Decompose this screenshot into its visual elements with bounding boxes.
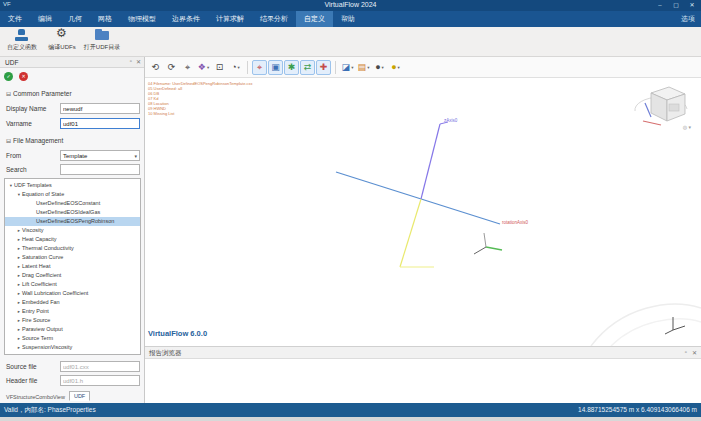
- walk-mode-icon[interactable]: ⌖: [180, 60, 195, 75]
- tree-item[interactable]: UserDefinedEOSPengRobinson: [5, 217, 140, 226]
- sphere-display-icon[interactable]: ●: [372, 60, 387, 75]
- pan-view-icon[interactable]: ⟳: [164, 60, 179, 75]
- viewport-toolbar: ⟲⟳⌖❖⊡◔ ⌖▣✱⇄✚ ◪▤●●: [145, 57, 701, 78]
- tree-item-label: Equation of State: [22, 190, 64, 199]
- erase-icon[interactable]: ◪: [340, 60, 355, 75]
- tree-item[interactable]: UserDefinedEOSIdealGas: [5, 208, 140, 217]
- tree-item[interactable]: ▸ Paraview Output: [5, 325, 140, 334]
- transform-arrows-icon[interactable]: ⇄: [300, 60, 315, 75]
- fit-view-icon[interactable]: ⊡: [212, 60, 227, 75]
- tree-item[interactable]: ▸ Saturation Curve: [5, 253, 140, 262]
- minimize-button[interactable]: –: [653, 0, 667, 10]
- collapse-icon[interactable]: ⊟: [6, 91, 11, 97]
- status-message: Valid，内部名: PhaseProperties: [4, 406, 96, 415]
- z-axis-label: zAxis0: [444, 118, 457, 123]
- display-style-icon[interactable]: ❖: [196, 60, 211, 75]
- menu-item[interactable]: 边界条件: [164, 11, 208, 27]
- 3d-viewport[interactable]: 04 Filename: UserDefinedEOSPengRobinsonT…: [145, 78, 701, 346]
- menu-items: 文件编辑几何网格物理模型边界条件计算求解结果分析自定义帮助: [0, 11, 363, 27]
- x-axis-label: rotationAxis0: [502, 220, 528, 225]
- menu-item[interactable]: 帮助: [333, 11, 363, 27]
- search-input[interactable]: [60, 164, 140, 175]
- tree-item-label: Drag Coefficient: [22, 271, 61, 280]
- open-udf-directory-button[interactable]: 打开UDF目录: [82, 28, 122, 55]
- tree-item[interactable]: ▸ Drag Coefficient: [5, 271, 140, 280]
- box-zoom-icon[interactable]: ▣: [268, 60, 283, 75]
- tree-item-label: UDF Templates: [14, 181, 52, 190]
- from-label: From: [6, 152, 21, 159]
- collapse-icon[interactable]: ⊟: [6, 138, 11, 144]
- tree-item-label: Lift Coefficient: [22, 280, 57, 289]
- navigation-cube[interactable]: [629, 81, 693, 139]
- panel-tab[interactable]: UDF: [69, 391, 90, 401]
- axes-display-icon[interactable]: ⌖: [252, 60, 267, 75]
- cancel-button[interactable]: ✕: [19, 72, 28, 81]
- compile-udfs-button[interactable]: 编译UDFs: [42, 28, 82, 55]
- menu-item[interactable]: 几何: [60, 11, 90, 27]
- tree-item-label: Heat Capacity: [22, 235, 57, 244]
- dock-panel-header: 报告浏览器 ▫ ✕: [145, 347, 701, 359]
- tree-item[interactable]: ▸ Heat Capacity: [5, 235, 140, 244]
- annotate-icon[interactable]: ✚: [316, 60, 331, 75]
- snapshot-icon[interactable]: ▤: [356, 60, 371, 75]
- header-file-label: Header file: [6, 377, 37, 384]
- udf-panel-title: UDF: [5, 59, 18, 66]
- pin-icon[interactable]: ▫: [685, 349, 687, 356]
- tree-item[interactable]: ▸ SuspensionViscosity: [5, 343, 140, 352]
- menu-options-label[interactable]: 选项: [681, 11, 695, 27]
- navcube-menu-icon[interactable]: ◎ ▾: [683, 124, 691, 130]
- menu-item[interactable]: 自定义: [296, 11, 333, 27]
- mesh-display-icon[interactable]: ✱: [284, 60, 299, 75]
- tree-item[interactable]: ▸ Wall Lubrication Coefficient: [5, 289, 140, 298]
- menu-item[interactable]: 结果分析: [252, 11, 296, 27]
- custom-function-button[interactable]: 自定义函数: [2, 28, 42, 55]
- search-label: Search: [6, 166, 27, 173]
- source-file-input: [60, 361, 140, 372]
- tree-item[interactable]: ▾ UDF Templates: [5, 181, 140, 190]
- tree-item[interactable]: ▸ Viscosity: [5, 226, 140, 235]
- close-icon[interactable]: ✕: [692, 349, 697, 356]
- corner-axis-triad: [663, 312, 689, 336]
- material-sphere-icon[interactable]: ●: [388, 60, 403, 75]
- view-direction-icon[interactable]: ◔: [228, 60, 243, 75]
- tree-item[interactable]: ▾ Equation of State: [5, 190, 140, 199]
- menu-item[interactable]: 计算求解: [208, 11, 252, 27]
- varname-input[interactable]: [60, 118, 140, 129]
- version-label: VirtualFlow 6.0.0: [148, 329, 207, 338]
- tree-item[interactable]: ▸ Fire Source: [5, 316, 140, 325]
- menu-item[interactable]: 物理模型: [120, 11, 164, 27]
- tree-item[interactable]: ▸ Source Term: [5, 334, 140, 343]
- tree-item-label: Latent Heat: [22, 262, 50, 271]
- maximize-button[interactable]: ▢: [669, 0, 683, 10]
- ribbon-toolbar: 自定义函数 编译UDFs 打开UDF目录: [0, 27, 701, 57]
- udf-panel: UDF ▫ ✕ ✓ ✕ ⊟Common Parameter Display Na…: [0, 57, 145, 403]
- tree-item[interactable]: ▸ Lift Coefficient: [5, 280, 140, 289]
- from-dropdown[interactable]: Template: [60, 150, 140, 161]
- ribbon-button-icon: [14, 28, 30, 42]
- tree-item-label: SuspensionViscosity: [22, 343, 72, 352]
- display-name-input[interactable]: [60, 103, 140, 114]
- panel-tab[interactable]: VFStructureComboView: [2, 393, 69, 401]
- section-file-management: File Management: [13, 137, 63, 144]
- tree-item-label: Entry Point: [22, 307, 49, 316]
- close-button[interactable]: ✕: [685, 0, 699, 10]
- toolbar-separator: [247, 61, 248, 74]
- menu-item[interactable]: 文件: [0, 11, 30, 27]
- tree-item-label: UserDefinedEOSIdealGas: [36, 208, 100, 217]
- close-icon[interactable]: ✕: [136, 58, 141, 65]
- ribbon-button-label: 自定义函数: [7, 43, 37, 52]
- udf-panel-header: UDF ▫ ✕: [0, 57, 144, 68]
- pin-icon[interactable]: ▫: [130, 58, 132, 65]
- tree-item[interactable]: ▸ Embedded Fan: [5, 298, 140, 307]
- report-dock-panel: 报告浏览器 ▫ ✕: [145, 346, 701, 403]
- apply-button[interactable]: ✓: [4, 72, 13, 81]
- menu-item[interactable]: 网格: [90, 11, 120, 27]
- tree-item[interactable]: ▸ Latent Heat: [5, 262, 140, 271]
- display-name-label: Display Name: [6, 105, 46, 112]
- tree-item[interactable]: UserDefinedEOSConstant: [5, 199, 140, 208]
- tree-item[interactable]: ▸ Thermal Conductivity: [5, 244, 140, 253]
- rotate-view-icon[interactable]: ⟲: [148, 60, 163, 75]
- tree-item-label: Paraview Output: [22, 325, 63, 334]
- menu-item[interactable]: 编辑: [30, 11, 60, 27]
- tree-item[interactable]: ▸ Entry Point: [5, 307, 140, 316]
